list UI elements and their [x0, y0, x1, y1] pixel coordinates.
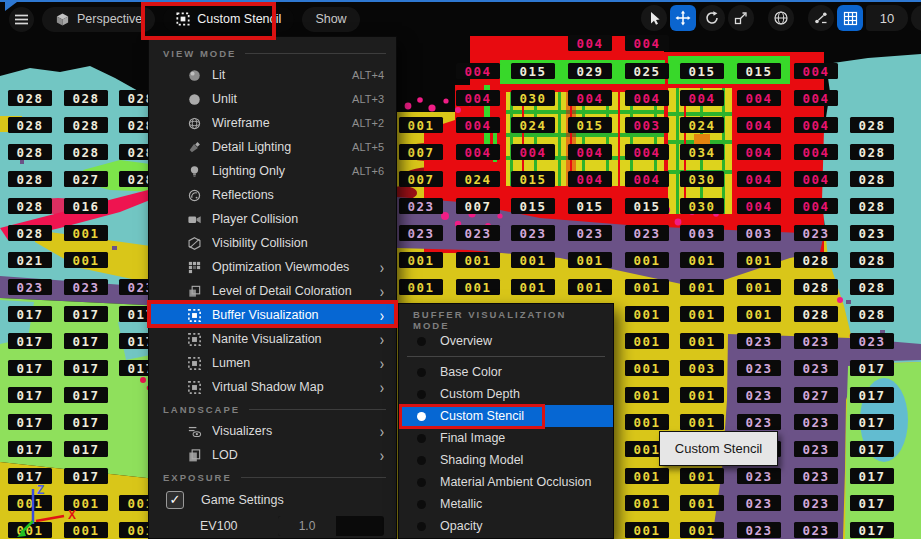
svg-text:028: 028: [858, 199, 885, 214]
stencil-label: 004: [456, 117, 500, 133]
stencil-label: 017: [850, 522, 894, 538]
menu-item-label: Lighting Only: [212, 164, 352, 178]
grid-snap-size[interactable]: 10: [866, 5, 908, 31]
stencil-label: 004: [625, 171, 669, 187]
radio-dot: [417, 478, 426, 487]
buffer-mode-item-opacity[interactable]: Opacity: [399, 515, 613, 537]
view-mode-item-optimization-viewmodes[interactable]: Optimization Viewmodes›: [149, 255, 396, 279]
stencil-label: 030: [680, 171, 724, 187]
radio-dot: [417, 412, 426, 421]
view-mode-item-virtual-shadow-map[interactable]: Virtual Shadow Map›: [149, 375, 396, 399]
view-mode-item-nanite-visualization[interactable]: Nanite Visualization›: [149, 327, 396, 351]
view-mode-item-visibility-collision[interactable]: Visibility Collision: [149, 231, 396, 255]
svg-text:023: 023: [72, 280, 99, 295]
svg-text:001: 001: [633, 253, 660, 268]
player-collision-icon: [186, 211, 203, 227]
svg-text:024: 024: [688, 118, 715, 133]
svg-text:004: 004: [802, 145, 829, 160]
svg-text:023: 023: [407, 199, 434, 214]
buffer-mode-item-metallic[interactable]: Metallic: [399, 493, 613, 515]
stencil-label: 001: [568, 252, 612, 268]
chevron-right-icon: ›: [380, 423, 384, 440]
game-settings-row[interactable]: ✓ Game Settings: [149, 487, 396, 513]
svg-text:015: 015: [576, 118, 603, 133]
stencil-label: 001: [625, 333, 669, 349]
svg-text:030: 030: [688, 172, 715, 187]
view-mode-item-buffer-visualization[interactable]: Buffer Visualization›: [149, 303, 396, 327]
stencil-label: 023: [737, 468, 781, 484]
svg-text:007: 007: [407, 145, 434, 160]
view-mode-item-lod[interactable]: LOD›: [149, 443, 396, 467]
move-tool-button[interactable]: [670, 5, 696, 31]
view-mode-item-lit[interactable]: LitALT+4: [149, 63, 396, 87]
stencil-label: 017: [8, 360, 52, 376]
buffer-mode-item-custom-depth[interactable]: Custom Depth: [399, 383, 613, 405]
view-mode-button[interactable]: Custom Stencil: [163, 7, 294, 32]
lod-icon: [186, 447, 203, 463]
surface-snapping-button[interactable]: [808, 5, 834, 31]
stencil-label: 028: [794, 306, 838, 322]
stencil-label: 023: [737, 360, 781, 376]
globe-icon: [773, 10, 789, 26]
view-mode-item-player-collision[interactable]: Player Collision: [149, 207, 396, 231]
scale-tool-button[interactable]: [728, 5, 754, 31]
stencil-label: 001: [625, 414, 669, 430]
view-mode-item-reflections[interactable]: Reflections: [149, 183, 396, 207]
view-mode-item-lumen[interactable]: Lumen›: [149, 351, 396, 375]
svg-text:001: 001: [407, 280, 434, 295]
stencil-label: 023: [794, 522, 838, 538]
stencil-label: 023: [794, 225, 838, 241]
svg-text:023: 023: [858, 226, 885, 241]
svg-text:028: 028: [858, 118, 885, 133]
svg-text:015: 015: [576, 199, 603, 214]
select-tool-button[interactable]: [641, 5, 667, 31]
view-mode-button-label: Custom Stencil: [197, 12, 281, 26]
show-button[interactable]: Show: [302, 7, 359, 32]
chevron-right-icon: ›: [380, 379, 384, 396]
view-mode-item-detail-lighting[interactable]: Detail LightingALT+5: [149, 135, 396, 159]
view-mode-item-visualizers[interactable]: Visualizers›: [149, 419, 396, 443]
svg-text:001: 001: [688, 469, 715, 484]
buffer-mode-item-base-color[interactable]: Base Color: [399, 361, 613, 383]
svg-text:023: 023: [519, 226, 546, 241]
view-mode-item-wireframe[interactable]: WireframeALT+2: [149, 111, 396, 135]
buffer-menu-section-header: BUFFER VISUALIZATION MODE: [399, 310, 613, 330]
svg-text:001: 001: [688, 523, 715, 538]
stencil-label: 028: [64, 90, 108, 106]
stencil-label: 001: [625, 279, 669, 295]
buffer-mode-item-shading-model[interactable]: Shading Model: [399, 449, 613, 471]
buffer-mode-item-custom-stencil[interactable]: Custom Stencil: [399, 405, 613, 427]
buffer-mode-item-final-image[interactable]: Final Image: [399, 427, 613, 449]
buffer-mode-item-material-ambient-occlusion[interactable]: Material Ambient Occlusion: [399, 471, 613, 493]
exposure-section-header: EXPOSURE: [149, 467, 396, 487]
view-mode-item-level-of-detail-coloration[interactable]: Level of Detail Coloration›: [149, 279, 396, 303]
stencil-label: 028: [850, 252, 894, 268]
hamburger-menu-button[interactable]: [9, 7, 34, 32]
menu-item-label: Buffer Visualization: [212, 308, 380, 322]
perspective-button[interactable]: Perspective: [42, 7, 155, 32]
buffer-mode-item-overview[interactable]: Overview: [399, 330, 613, 352]
view-mode-item-lighting-only[interactable]: Lighting OnlyALT+6: [149, 159, 396, 183]
svg-text:017: 017: [858, 523, 885, 538]
world-coordinate-button[interactable]: [768, 5, 794, 31]
svg-text:004: 004: [576, 172, 603, 187]
game-settings-checkbox[interactable]: ✓: [166, 491, 184, 509]
stencil-label: 027: [64, 171, 108, 187]
rotate-tool-button[interactable]: [699, 5, 725, 31]
stencil-label: 017: [850, 468, 894, 484]
view-mode-section-header: VIEW MODE: [149, 43, 396, 63]
stencil-label: 017: [8, 414, 52, 430]
menu-item-label: Optimization Viewmodes: [212, 260, 380, 274]
camera-speed-button[interactable]: [911, 5, 921, 31]
ev100-input[interactable]: 1.0: [278, 516, 384, 536]
view-mode-item-unlit[interactable]: UnlitALT+3: [149, 87, 396, 111]
stencil-label: 015: [568, 117, 612, 133]
svg-text:004: 004: [464, 118, 491, 133]
stencil-label: 024: [680, 117, 724, 133]
grid-snapping-button[interactable]: [837, 5, 863, 31]
stencil-label: 004: [511, 144, 555, 160]
stencil-label: 001: [625, 468, 669, 484]
stencil-label: 001: [625, 495, 669, 511]
stencil-label: 017: [64, 360, 108, 376]
stencil-label: 023: [568, 225, 612, 241]
